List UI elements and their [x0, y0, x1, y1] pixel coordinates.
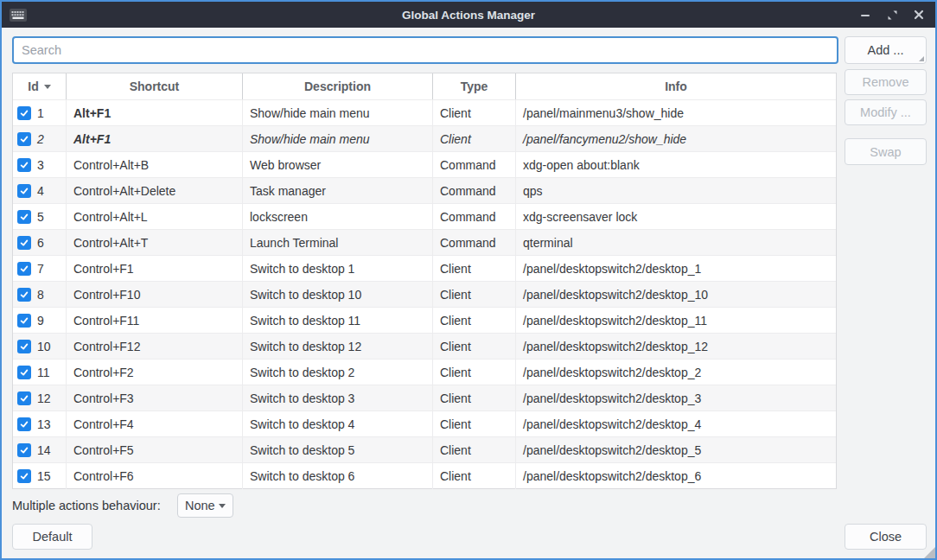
sort-descending-icon [44, 85, 51, 89]
row-id: 6 [37, 236, 44, 250]
table-row[interactable]: 15 Control+F6 Switch to desktop 6 Client… [13, 462, 836, 488]
modify-button[interactable]: Modify ... [845, 99, 927, 125]
cell-type: Client [433, 282, 516, 308]
add-button[interactable]: Add ... [845, 36, 927, 64]
row-enabled-checkbox[interactable] [17, 469, 31, 483]
close-dialog-button[interactable]: Close [845, 524, 927, 550]
row-id: 12 [37, 391, 51, 405]
row-enabled-checkbox[interactable] [17, 417, 31, 431]
cell-type: Client [433, 100, 516, 126]
table-row[interactable]: 3 Control+Alt+B Web browser Command xdg-… [13, 151, 836, 177]
column-header-info[interactable]: Info [516, 73, 836, 99]
column-header-shortcut[interactable]: Shortcut [67, 73, 243, 99]
column-header-description[interactable]: Description [243, 73, 433, 99]
checkmark-icon [19, 341, 29, 352]
cell-info: xdg-screensaver lock [516, 204, 836, 230]
cell-description: Switch to desktop 1 [243, 256, 433, 282]
table-row[interactable]: 14 Control+F5 Switch to desktop 5 Client… [13, 436, 836, 462]
row-enabled-checkbox[interactable] [17, 443, 31, 457]
table-row[interactable]: 6 Control+Alt+T Launch Terminal Command … [13, 229, 836, 255]
table-row[interactable]: 12 Control+F3 Switch to desktop 3 Client… [13, 385, 836, 410]
column-header-type[interactable]: Type [433, 73, 516, 99]
titlebar[interactable]: Global Actions Manager [2, 2, 935, 28]
row-enabled-checkbox[interactable] [17, 158, 31, 172]
cell-info: xdg-open about:blank [516, 152, 836, 178]
cell-shortcut: Control+Alt+L [67, 204, 243, 230]
maximize-icon [887, 10, 898, 21]
row-enabled-checkbox[interactable] [17, 391, 31, 405]
resize-grip[interactable] [924, 547, 935, 558]
table-row[interactable]: 1 Alt+F1 Show/hide main menu Client /pan… [13, 99, 836, 125]
checkmark-icon [19, 160, 29, 170]
cell-shortcut: Control+F5 [67, 437, 243, 463]
table-row[interactable]: 8 Control+F10 Switch to desktop 10 Clien… [13, 281, 836, 307]
cell-type: Client [433, 463, 516, 489]
checkmark-icon [19, 238, 29, 248]
table-row[interactable]: 11 Control+F2 Switch to desktop 2 Client… [13, 359, 836, 385]
behaviour-select-value: None [185, 499, 215, 512]
table-row[interactable]: 7 Control+F1 Switch to desktop 1 Client … [13, 255, 836, 281]
remove-button[interactable]: Remove [845, 69, 927, 95]
swap-button[interactable]: Swap [845, 138, 927, 165]
cell-type: Command [433, 230, 516, 256]
table-row[interactable]: 5 Control+Alt+L lockscreen Command xdg-s… [13, 203, 836, 229]
row-id: 1 [37, 106, 44, 120]
row-id: 14 [37, 443, 51, 457]
cell-description: Switch to desktop 2 [243, 360, 433, 385]
maximize-button[interactable] [886, 9, 898, 21]
cell-description: Switch to desktop 3 [243, 385, 433, 411]
checkmark-icon [19, 471, 29, 481]
cell-type: Client [433, 385, 516, 411]
row-enabled-checkbox[interactable] [17, 288, 31, 302]
row-id: 8 [37, 288, 44, 302]
table-row[interactable]: 13 Control+F4 Switch to desktop 4 Client… [13, 410, 836, 436]
row-enabled-checkbox[interactable] [17, 236, 31, 250]
table-row[interactable]: 9 Control+F11 Switch to desktop 11 Clien… [13, 307, 836, 333]
row-id: 13 [37, 417, 51, 431]
cell-description: Switch to desktop 12 [243, 334, 433, 360]
cell-description: Switch to desktop 4 [243, 411, 433, 437]
cell-info: qps [516, 178, 836, 204]
checkmark-icon [19, 367, 29, 378]
row-enabled-checkbox[interactable] [17, 340, 31, 353]
cell-shortcut: Control+F11 [67, 308, 243, 334]
behaviour-select[interactable]: None [177, 493, 233, 518]
close-icon [914, 10, 924, 20]
cell-type: Command [433, 152, 516, 178]
minimize-button[interactable] [859, 9, 871, 21]
checkmark-icon [19, 212, 29, 222]
shortcuts-table: Id Shortcut Description Type Info 1 Alt+… [12, 73, 837, 489]
column-header-id[interactable]: Id [13, 73, 67, 99]
checkmark-icon [19, 419, 29, 430]
checkmark-icon [19, 290, 29, 300]
default-button[interactable]: Default [12, 524, 92, 550]
row-enabled-checkbox[interactable] [17, 106, 31, 120]
menu-indicator-icon [919, 56, 924, 61]
row-enabled-checkbox[interactable] [17, 210, 31, 224]
row-id: 11 [37, 366, 50, 379]
row-enabled-checkbox[interactable] [17, 184, 31, 198]
checkmark-icon [19, 393, 29, 404]
cell-description: lockscreen [243, 204, 433, 230]
cell-type: Client [433, 308, 516, 334]
table-row[interactable]: 2 Alt+F1 Show/hide main menu Client /pan… [13, 125, 836, 151]
table-row[interactable]: 10 Control+F12 Switch to desktop 12 Clie… [13, 333, 836, 359]
table-body: 1 Alt+F1 Show/hide main menu Client /pan… [13, 99, 836, 488]
table-row[interactable]: 4 Control+Alt+Delete Task manager Comman… [13, 177, 836, 203]
checkmark-icon [19, 264, 29, 274]
cell-description: Switch to desktop 10 [243, 282, 433, 308]
row-enabled-checkbox[interactable] [17, 132, 31, 146]
search-input[interactable] [12, 36, 838, 64]
row-enabled-checkbox[interactable] [17, 262, 31, 276]
cell-type: Client [433, 437, 516, 463]
cell-info: /panel/desktopswitch2/desktop_6 [516, 463, 836, 489]
close-button[interactable] [913, 9, 925, 21]
row-enabled-checkbox[interactable] [17, 366, 31, 379]
cell-info: /panel/desktopswitch2/desktop_3 [516, 385, 836, 411]
cell-info: /panel/desktopswitch2/desktop_2 [516, 360, 836, 385]
row-enabled-checkbox[interactable] [17, 314, 31, 328]
cell-shortcut: Control+F6 [67, 463, 243, 489]
row-id: 9 [37, 314, 44, 328]
multiple-actions-behaviour-label: Multiple actions behaviour: [12, 493, 161, 518]
cell-type: Command [433, 204, 516, 230]
